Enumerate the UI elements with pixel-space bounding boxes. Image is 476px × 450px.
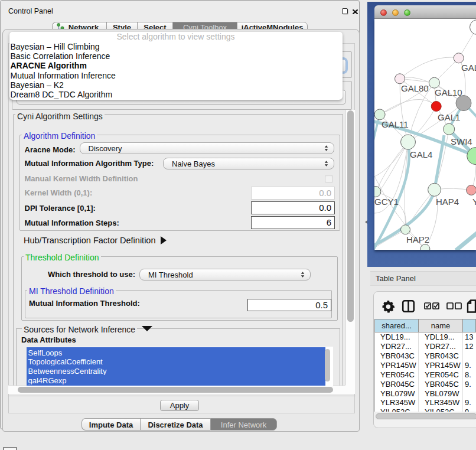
svg-text:SWI4: SWI4 bbox=[451, 136, 472, 146]
svg-text:GCY1: GCY1 bbox=[374, 197, 399, 207]
svg-text:HAP4: HAP4 bbox=[436, 197, 459, 207]
svg-text:GAL10: GAL10 bbox=[435, 87, 462, 97]
svg-text:GAL11: GAL11 bbox=[382, 119, 409, 129]
svg-text:GAL80: GAL80 bbox=[401, 83, 429, 93]
svg-text:GAL7: GAL7 bbox=[461, 63, 476, 73]
svg-text:YM: YM bbox=[472, 197, 476, 207]
svg-text:GAL4: GAL4 bbox=[410, 149, 432, 159]
svg-text:GAL1: GAL1 bbox=[438, 112, 460, 122]
svg-text:HAP2: HAP2 bbox=[406, 234, 429, 244]
